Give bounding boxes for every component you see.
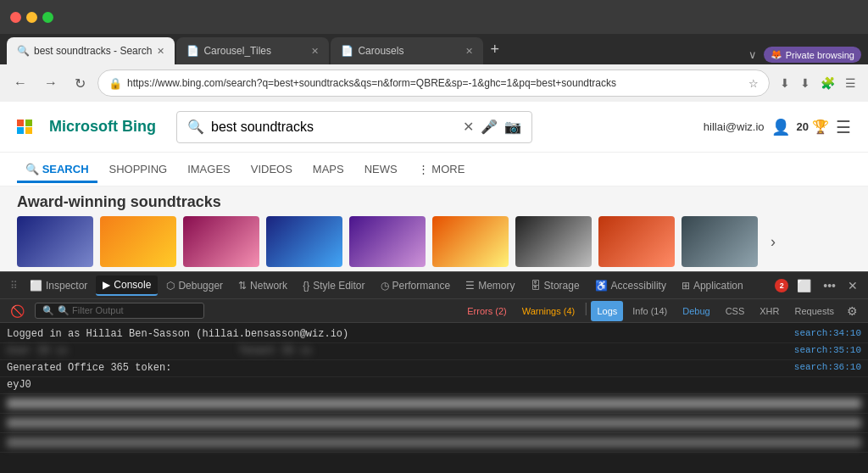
back-button[interactable]: ←	[8, 72, 32, 94]
microsoft-logo	[17, 120, 32, 135]
bing-user-section: hillai@wiz.io 👤 20 🏆 ☰	[704, 117, 851, 137]
console-line-6	[0, 414, 868, 433]
tab-carousels[interactable]: 📄 Carousels ✕	[331, 37, 483, 64]
devtools-panel: ⠿ ⬜ Inspector ▶ Console ⬡ Debugger ⇅ Net…	[0, 271, 868, 473]
bookmark-icon[interactable]: ☆	[748, 77, 759, 90]
devtools-more-button[interactable]: •••	[820, 275, 839, 296]
coins-badge: 20 🏆	[797, 119, 829, 135]
devtools-tool-console[interactable]: ▶ Console	[96, 275, 158, 296]
nav-link-images[interactable]: IMAGES	[179, 156, 239, 182]
devtools-dock-button[interactable]: ⬜	[793, 275, 815, 296]
downloads-button[interactable]: ⬇	[797, 73, 814, 93]
tab-overflow-button[interactable]: ∨	[745, 45, 760, 64]
tab-carousel-tiles[interactable]: 📄 Carousel_Tiles ✕	[176, 37, 329, 64]
devtools-tool-inspector[interactable]: ⬜ Inspector	[23, 276, 94, 295]
forward-button[interactable]: →	[39, 72, 63, 94]
performance-icon: ◷	[381, 280, 389, 292]
browser-window: 🔍 best soundtracks - Search ✕ 📄 Carousel…	[0, 0, 868, 473]
section-title: Award-winning soundtracks	[17, 193, 851, 211]
devtools-tool-performance[interactable]: ◷ Performance	[374, 276, 458, 295]
nav-link-news[interactable]: NEWS	[356, 156, 406, 182]
user-avatar-icon[interactable]: 👤	[771, 118, 790, 136]
devtools-close-button[interactable]: ✕	[844, 275, 861, 296]
devtools-toolbar: ⠿ ⬜ Inspector ▶ Console ⬡ Debugger ⇅ Net…	[0, 272, 868, 299]
bing-logo-text: Microsoft Bing	[49, 118, 156, 136]
nav-link-search[interactable]: 🔍 SEARCH	[17, 156, 97, 182]
console-source-1[interactable]: search:34:10	[794, 328, 861, 338]
filter-xhr-button[interactable]: XHR	[754, 301, 785, 321]
private-label: Private browsing	[786, 50, 854, 60]
minimize-button[interactable]	[26, 12, 37, 23]
visual-search-icon[interactable]: 📷	[504, 119, 521, 135]
address-bar[interactable]: 🔒 https://www.bing.com/search?q=best+sou…	[97, 70, 770, 97]
console-source-3[interactable]: search:36:10	[794, 362, 861, 372]
movie-card-1[interactable]	[17, 216, 93, 267]
extensions-button[interactable]: 🧩	[817, 73, 838, 93]
tab-favicon-1: 🔍	[17, 45, 29, 57]
filter-css-button[interactable]: CSS	[720, 301, 751, 321]
filter-requests-button[interactable]: Requests	[789, 301, 840, 321]
lock-icon: 🔒	[108, 77, 122, 90]
movie-card-2[interactable]	[100, 216, 176, 267]
devtools-tool-debugger[interactable]: ⬡ Debugger	[159, 276, 230, 295]
search-nav-links: 🔍 SEARCH SHOPPING IMAGES VIDEOS MAPS NEW…	[0, 153, 868, 186]
private-icon: 🦊	[771, 49, 782, 60]
devtools-tool-memory[interactable]: ☰ Memory	[459, 276, 521, 295]
filter-settings-button[interactable]: ⚙	[843, 301, 861, 321]
console-text-7	[7, 437, 861, 448]
nav-more-label: ⋮ MORE	[418, 163, 465, 175]
devtools-tool-style-editor[interactable]: {} Style Editor	[296, 276, 371, 295]
tab-close-3[interactable]: ✕	[465, 46, 473, 57]
movie-card-8[interactable]	[598, 216, 675, 267]
maximize-button[interactable]	[42, 12, 53, 23]
refresh-button[interactable]: ↻	[70, 72, 91, 95]
close-button[interactable]	[10, 12, 21, 23]
coins-icon: 🏆	[812, 119, 829, 135]
bing-search-box[interactable]: 🔍 ✕ 🎤 📷	[176, 111, 532, 143]
movie-card-7[interactable]	[515, 216, 592, 267]
hamburger-menu[interactable]: ☰	[836, 117, 851, 137]
console-text-6	[7, 418, 861, 428]
tabs-bar: 🔍 best soundtracks - Search ✕ 📄 Carousel…	[0, 34, 868, 64]
devtools-tool-storage[interactable]: 🗄 Storage	[524, 276, 587, 295]
filter-debug-button[interactable]: Debug	[676, 301, 715, 321]
console-line-3: Generated Office 365 token: search:36:10	[0, 360, 868, 377]
nav-link-shopping[interactable]: SHOPPING	[101, 156, 176, 182]
nav-link-more[interactable]: ⋮ MORE	[409, 156, 474, 182]
mic-icon[interactable]: 🎤	[481, 119, 498, 135]
pocket-button[interactable]: ⬇	[776, 73, 793, 93]
network-icon: ⇅	[238, 280, 247, 292]
application-icon: ⊞	[682, 280, 690, 292]
movie-card-9[interactable]	[682, 216, 758, 267]
console-source-2[interactable]: search:35:10	[794, 345, 861, 355]
devtools-tool-application[interactable]: ⊞ Application	[675, 276, 750, 295]
console-filter-input[interactable]: 🔍 🔍 Filter Output	[35, 303, 204, 319]
search-nav-icon: 🔍	[25, 163, 39, 175]
console-line-1: Logged in as Hillai Ben-Sasson (hillai.b…	[0, 326, 868, 343]
navigation-bar: ← → ↻ 🔒 https://www.bing.com/search?q=be…	[0, 64, 868, 102]
tab-close-2[interactable]: ✕	[311, 46, 319, 57]
filter-warnings-button[interactable]: Warnings (4)	[516, 301, 581, 321]
browser-content: Microsoft Bing 🔍 ✕ 🎤 📷 hillai@wiz.io 👤 2…	[0, 102, 868, 271]
devtools-drag-handle[interactable]: ⠿	[7, 276, 21, 295]
nav-link-maps[interactable]: MAPS	[304, 156, 353, 182]
devtools-tool-network[interactable]: ⇅ Network	[231, 276, 294, 295]
tab-close-1[interactable]: ✕	[157, 46, 164, 57]
filter-errors-button[interactable]: Errors (2)	[461, 301, 512, 321]
style-editor-label: Style Editor	[313, 280, 364, 292]
movie-card-6[interactable]	[432, 216, 509, 267]
new-tab-button[interactable]: +	[485, 41, 504, 58]
movie-card-5[interactable]	[349, 216, 426, 267]
filter-logs-button[interactable]: Logs	[591, 301, 623, 321]
clear-icon[interactable]: ✕	[463, 119, 474, 135]
clear-console-button[interactable]: 🚫	[7, 301, 28, 321]
menu-button[interactable]: ☰	[842, 73, 860, 93]
movie-card-3[interactable]	[183, 216, 259, 267]
carousel-next-button[interactable]: ›	[765, 216, 782, 267]
filter-info-button[interactable]: Info (14)	[626, 301, 673, 321]
nav-link-videos[interactable]: VIDEOS	[242, 156, 301, 182]
tab-best-soundtracks[interactable]: 🔍 best soundtracks - Search ✕	[7, 37, 175, 64]
search-input[interactable]	[211, 120, 456, 135]
devtools-tool-accessibility[interactable]: ♿ Accessibility	[588, 276, 673, 295]
movie-card-4[interactable]	[266, 216, 342, 267]
